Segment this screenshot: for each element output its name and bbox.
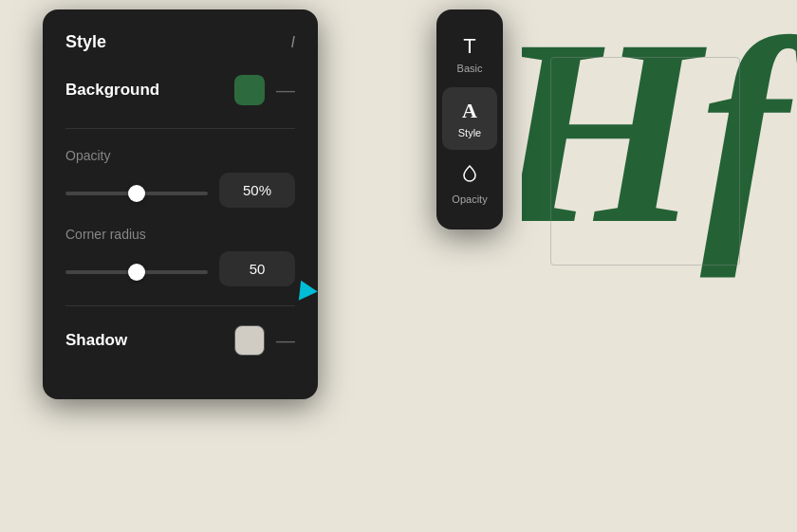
italic-button[interactable]: I	[291, 34, 295, 51]
opacity-icon	[459, 163, 480, 190]
opacity-slider-container	[65, 182, 208, 199]
shadow-label: Shadow	[65, 331, 223, 350]
corner-radius-slider-container	[65, 261, 208, 278]
panel-title: Style	[65, 32, 106, 52]
divider-1	[65, 128, 295, 129]
opacity-section: Opacity 50%	[65, 148, 295, 208]
text-icon: T	[463, 34, 475, 59]
divider-2	[65, 305, 295, 306]
opacity-slider[interactable]	[65, 192, 208, 195]
panel-header: Style I	[65, 32, 295, 52]
shadow-minus-btn[interactable]: —	[276, 331, 295, 350]
background-minus-btn[interactable]: —	[276, 81, 295, 100]
tool-style[interactable]: A Style	[442, 87, 497, 150]
shadow-header: Shadow —	[65, 325, 295, 356]
tool-opacity-label: Opacity	[452, 193, 487, 205]
opacity-value-box[interactable]: 50%	[219, 173, 295, 208]
tool-basic[interactable]: T Basic	[442, 23, 497, 85]
shadow-color-swatch[interactable]	[234, 325, 265, 356]
corner-radius-section: Corner radius 50	[65, 227, 295, 286]
corner-radius-value-box[interactable]: 50	[219, 251, 295, 286]
background-header: Background —	[65, 75, 295, 105]
style-panel: Style I Background — Opacity 50% Corner …	[43, 9, 318, 399]
opacity-label: Opacity	[65, 148, 295, 163]
tool-style-label: Style	[458, 127, 481, 138]
tool-basic-label: Basic	[457, 63, 483, 74]
canvas-outline	[550, 57, 740, 266]
background-label: Background	[65, 81, 223, 100]
tool-opacity[interactable]: Opacity	[442, 152, 497, 216]
canvas-area: project ▶ ⚙ 100% ▾ ↩ Hf	[522, 0, 797, 532]
style-icon: A	[462, 99, 477, 123]
opacity-slider-row: 50%	[65, 173, 295, 208]
shadow-section: Shadow —	[65, 325, 295, 356]
background-color-swatch[interactable]	[234, 75, 265, 105]
corner-radius-slider[interactable]	[65, 270, 208, 274]
corner-radius-slider-row: 50	[65, 251, 295, 286]
tool-panel: T Basic A Style Opacity	[436, 9, 503, 229]
background-section: Background —	[65, 75, 295, 105]
corner-radius-label: Corner radius	[65, 227, 295, 242]
